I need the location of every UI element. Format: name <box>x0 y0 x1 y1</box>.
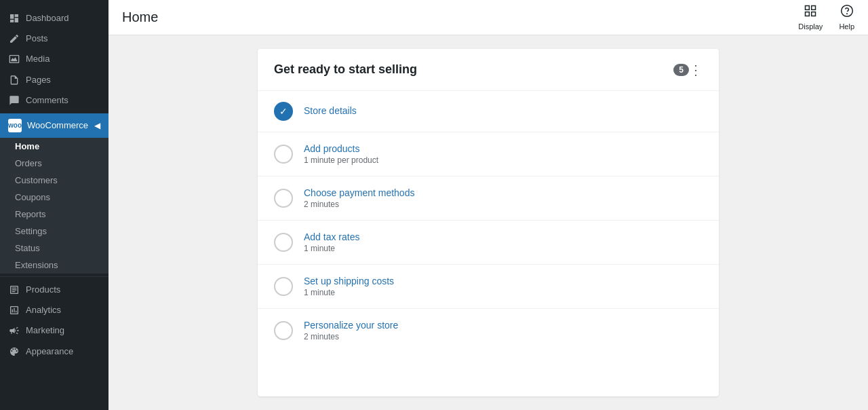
sidebar-item-label: Products <box>26 284 60 296</box>
sidebar-item-marketing[interactable]: Marketing <box>0 320 108 341</box>
comments-icon <box>8 94 20 107</box>
main-content: Home Display Help <box>108 0 868 410</box>
svg-rect-2 <box>806 12 810 16</box>
checklist-item-text: Set up shipping costs 1 minute <box>304 276 703 297</box>
sidebar: Dashboard Posts Media Pages Comments woo… <box>0 0 108 410</box>
svg-point-4 <box>841 5 852 17</box>
sidebar-item-label: Marketing <box>26 324 64 337</box>
woo-submenu-item-home[interactable]: Home <box>0 138 108 155</box>
check-empty-icon <box>274 233 293 252</box>
card-header: Get ready to start selling 5 ⋮ <box>258 49 719 91</box>
analytics-icon <box>8 304 20 316</box>
help-icon <box>840 4 854 21</box>
display-button[interactable]: Display <box>798 4 823 31</box>
sidebar-item-label: Media <box>26 53 50 65</box>
topbar: Home Display Help <box>108 0 868 35</box>
checklist-badge: 5 <box>673 64 689 76</box>
checklist-item-text: Store details <box>304 105 703 117</box>
appearance-icon <box>8 346 20 358</box>
content-area: Get ready to start selling 5 ⋮ ✓ Store d… <box>108 35 868 410</box>
help-button[interactable]: Help <box>839 4 854 31</box>
sidebar-item-label: Posts <box>26 33 48 45</box>
media-icon <box>8 53 20 65</box>
woo-icon: woo <box>8 119 22 132</box>
pages-icon <box>8 74 20 86</box>
checklist-item-title: Add products <box>304 143 703 154</box>
products-icon <box>8 284 20 296</box>
svg-rect-0 <box>806 6 810 10</box>
checklist-item-subtitle: 1 minute <box>304 288 703 297</box>
posts-icon <box>8 33 20 45</box>
sidebar-item-label: Dashboard <box>26 12 69 24</box>
checklist-item-subtitle: 2 minutes <box>304 332 703 341</box>
check-empty-icon <box>274 277 293 296</box>
checklist-card: Get ready to start selling 5 ⋮ ✓ Store d… <box>258 49 719 396</box>
topbar-actions: Display Help <box>798 4 854 31</box>
check-completed-icon: ✓ <box>274 102 293 121</box>
checklist-item-subtitle: 1 minute <box>304 244 703 253</box>
sidebar-item-analytics[interactable]: Analytics <box>0 300 108 320</box>
woo-arrow-icon: ◀ <box>94 121 100 130</box>
woo-submenu-item-orders[interactable]: Orders <box>0 155 108 172</box>
checklist-item-title: Choose payment methods <box>304 187 703 198</box>
sidebar-item-label: Analytics <box>26 304 61 316</box>
sidebar-item-label: Appearance <box>26 346 73 358</box>
checklist-item-subtitle: 2 minutes <box>304 200 703 209</box>
woo-submenu-item-coupons[interactable]: Coupons <box>0 189 108 206</box>
checklist-item-personalize[interactable]: Personalize your store 2 minutes <box>258 309 719 352</box>
checklist-item-text: Personalize your store 2 minutes <box>304 320 703 341</box>
card-menu-button[interactable]: ⋮ <box>689 63 703 77</box>
dashboard-icon <box>8 12 20 24</box>
check-empty-icon <box>274 321 293 340</box>
woocommerce-submenu: HomeOrdersCustomersCouponsReportsSetting… <box>0 138 108 274</box>
marketing-icon <box>8 324 20 337</box>
woo-submenu-item-reports[interactable]: Reports <box>0 206 108 223</box>
woocommerce-label: WooCommerce <box>27 120 88 130</box>
checklist-item-subtitle: 1 minute per product <box>304 155 703 165</box>
woocommerce-header[interactable]: woo WooCommerce ◀ <box>0 113 108 138</box>
sidebar-item-comments[interactable]: Comments <box>0 90 108 111</box>
checklist-item-title: Store details <box>304 105 703 116</box>
woo-submenu-item-settings[interactable]: Settings <box>0 223 108 240</box>
help-label: Help <box>839 22 854 31</box>
sidebar-item-media[interactable]: Media <box>0 49 108 69</box>
woo-submenu-item-extensions[interactable]: Extensions <box>0 257 108 274</box>
checklist-item-title: Personalize your store <box>304 320 703 331</box>
sidebar-item-label: Pages <box>26 74 51 86</box>
check-empty-icon <box>274 189 293 208</box>
display-label: Display <box>798 22 823 31</box>
checklist-item-text: Add tax rates 1 minute <box>304 231 703 253</box>
checklist-item-payment-methods[interactable]: Choose payment methods 2 minutes <box>258 176 719 221</box>
checklist-item-add-products[interactable]: Add products 1 minute per product <box>258 132 719 176</box>
page-title: Home <box>122 10 158 25</box>
sidebar-item-label: Comments <box>26 94 68 107</box>
svg-rect-1 <box>812 6 816 10</box>
card-title: Get ready to start selling <box>274 62 667 77</box>
checklist-item-shipping-costs[interactable]: Set up shipping costs 1 minute <box>258 265 719 309</box>
svg-rect-3 <box>812 12 816 16</box>
checklist-item-text: Add products 1 minute per product <box>304 143 703 165</box>
check-empty-icon <box>274 145 293 164</box>
woo-submenu-item-status[interactable]: Status <box>0 240 108 257</box>
display-icon <box>804 4 817 21</box>
sidebar-item-dashboard[interactable]: Dashboard <box>0 8 108 29</box>
checklist-item-title: Set up shipping costs <box>304 276 703 286</box>
sidebar-item-products[interactable]: Products <box>0 280 108 300</box>
sidebar-item-posts[interactable]: Posts <box>0 29 108 49</box>
checklist-item-title: Add tax rates <box>304 231 703 242</box>
checklist-item-tax-rates[interactable]: Add tax rates 1 minute <box>258 221 719 265</box>
sidebar-item-pages[interactable]: Pages <box>0 70 108 90</box>
checklist-item-text: Choose payment methods 2 minutes <box>304 187 703 209</box>
sidebar-item-appearance[interactable]: Appearance <box>0 341 108 362</box>
woo-submenu-item-customers[interactable]: Customers <box>0 172 108 189</box>
woocommerce-section: woo WooCommerce ◀ HomeOrdersCustomersCou… <box>0 113 108 274</box>
checklist-items: ✓ Store details Add products 1 minute pe… <box>258 91 719 352</box>
checklist-item-store-details[interactable]: ✓ Store details <box>258 91 719 132</box>
